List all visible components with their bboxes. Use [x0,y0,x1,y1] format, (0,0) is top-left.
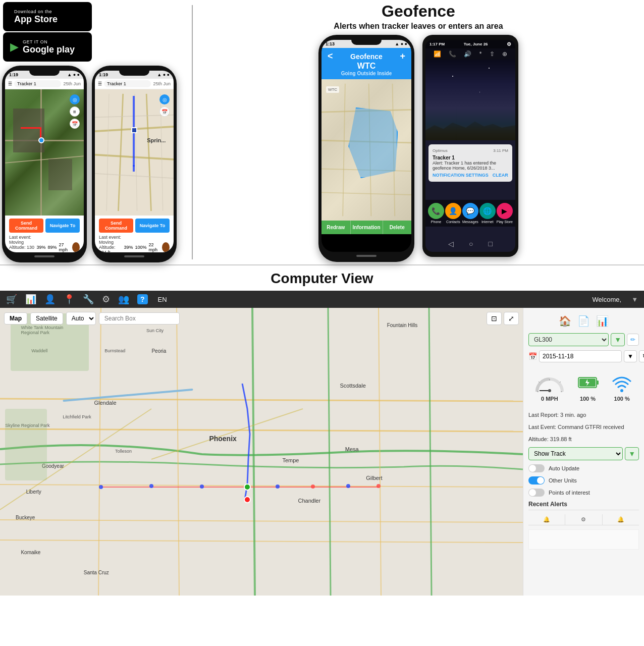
phone1-date: 25th Jun [63,81,81,86]
map-fullscreen-btn[interactable]: ⊡ [487,312,502,325]
date-refresh-btn[interactable]: ↻ [639,350,644,362]
map-controls: Map Satellite Auto [4,312,180,325]
map-label-tolleson: Tolleson [115,449,132,454]
sidebar-doc-icon[interactable]: 📄 [577,315,590,327]
map-search-input[interactable] [99,312,180,325]
svg-line-3 [146,94,151,211]
geofence-add-btn[interactable]: + [400,51,405,62]
date-input[interactable] [539,350,622,362]
geofence-map[interactable]: WTC [321,79,411,221]
geofence-redraw-btn[interactable]: Redraw [321,221,350,234]
map-label-tempe: Tempe [282,457,299,463]
toolbar-welcome: Welcome, [593,296,622,303]
toolbar-users-icon[interactable]: 👥 [118,294,129,305]
appstore-badge[interactable]: Download on the App Store [3,2,92,31]
toolbar-account-btn[interactable]: ▼ [631,296,638,303]
map-tab-map[interactable]: Map [4,312,27,325]
android-app-internet[interactable]: 🌐 Internet [479,203,496,224]
android-speaker-icon: 🔊 [464,50,471,58]
toolbar-wrench-icon[interactable]: 🔧 [83,294,94,305]
battery-stat: 100 % [576,371,599,402]
sidebar-home-icon[interactable]: 🏠 [559,315,571,327]
android-app-playstore[interactable]: ▶ Play Store [497,203,513,224]
phone2-send-btn[interactable]: Send Command [99,219,133,233]
phone2-menu-icon[interactable]: ☰ [98,81,102,86]
toolbar-lang[interactable]: EN [158,296,167,303]
computer-view-section: Computer View 🛒 📊 👤 📍 🔧 ⚙ 👥 ? EN Welcome… [0,265,644,596]
other-units-toggle[interactable] [528,476,545,484]
phone1-send-btn[interactable]: Send Command [9,219,43,233]
auto-update-row: Auto Update [528,464,639,472]
show-track-btn[interactable]: ▼ [625,447,639,460]
googleplay-sub: GET IT ON [23,39,75,44]
android-notif-settings-btn[interactable]: NOTIFICATION SETTINGS [433,173,489,178]
appstore-main: App Store [14,14,58,25]
sidebar-date-row: 📅 ▼ ↻ [528,350,639,362]
phone1-tracker-dot [38,137,44,143]
phone1-nav-btn[interactable]: Navigate To [45,219,80,233]
android-clear-btn[interactable]: CLEAR [493,173,508,178]
map-label-litchfield: Litchfield Park [63,414,91,419]
geofence-info-btn[interactable]: Information [350,221,383,234]
android-app-contacts[interactable]: 👤 Contacts [445,203,461,224]
phone2-mockup: 1:19 ▲ ● ● ☰ Tracker 1 25th Jun [92,66,177,262]
android-status-bar: 1:17 PM Tue, June 26 ⚙ [425,40,515,48]
android-nav-home[interactable]: ○ [469,240,473,248]
svg-line-44 [560,382,561,383]
tracker-edit-btn[interactable]: ✏ [627,334,639,346]
calendar-icon: 📅 [528,352,537,360]
phone1-list-btn[interactable]: ≡ [70,106,80,117]
android-bt-icon: * [479,50,482,58]
svg-line-13 [343,84,345,216]
show-track-row: Show Track ▼ [528,447,639,460]
phone1-home-bar [34,255,55,257]
android-notif-text: Alert: Tracker 1 has entered the geofenc… [433,160,508,171]
phone2-loc-btn[interactable]: ◎ [159,94,170,104]
map-tab-satellite[interactable]: Satellite [30,312,63,325]
googleplay-badge[interactable]: ▶ GET IT ON Google play [3,32,92,62]
toolbar-cart-icon[interactable]: 🛒 [6,294,17,305]
phone2-date: 25th Jun [153,81,171,86]
phone1-cal-btn[interactable]: 📅 [70,119,80,129]
auto-update-toggle[interactable] [528,464,545,472]
android-settings[interactable]: ⚙ [507,41,511,47]
map-expand-btn[interactable]: ⤢ [504,312,519,325]
android-nav-recent[interactable]: □ [489,240,493,248]
android-app-phone[interactable]: 📞 Phone [428,203,444,224]
phone2-cal-btn[interactable]: 📅 [159,106,170,117]
show-track-select[interactable]: Show Track [528,447,623,460]
android-nav-back[interactable]: ◁ [448,240,454,248]
phone1-menu-icon[interactable]: ☰ [8,81,12,86]
phone2-speed: 22 mph [148,242,160,252]
geofence-location: WTC [324,62,409,71]
main-map[interactable]: Map Satellite Auto ⊡ ⤢ Fountain Hills Pe… [0,308,523,596]
toolbar-chart-icon[interactable]: 📊 [25,294,36,305]
tracker-name-select[interactable]: GL300 [528,333,609,346]
phone2-nav-btn[interactable]: Navigate To [135,219,170,233]
map-label-chandler: Chandler [298,498,321,504]
map-label-scottsdale: Scottsdale [340,383,365,389]
sidebar-chart-icon[interactable]: 📊 [596,315,609,327]
phone1-loc-btn[interactable]: ◎ [70,94,80,104]
last-event-row: Last Event: Command GTFRI received [528,423,639,431]
phone1-map[interactable]: ◎ ≡ 📅 [5,89,84,216]
phone2-home-bar [124,255,144,257]
geofence-back-btn[interactable]: < [328,51,333,62]
geofence-delete-btn[interactable]: Delete [383,221,412,234]
right-sidebar: 🏠 📄 📊 GL300 ▼ ✏ 📅 ▼ ↻ [523,308,644,596]
android-app-messages[interactable]: 💬 Messages [462,203,478,224]
toolbar-pin-icon[interactable]: 📍 [64,294,75,305]
map-type-select[interactable]: Auto [66,312,96,325]
geofence-header: < Geofence + WTC Going Outside Inside [321,48,411,79]
tracker-select-btn[interactable]: ▼ [611,333,625,346]
toolbar-network-icon[interactable]: ⚙ [102,294,110,305]
points-interest-toggle[interactable] [528,489,545,497]
date-select-btn[interactable]: ▼ [624,350,637,362]
svg-point-49 [620,389,623,392]
points-interest-label: Points of interest [549,490,590,496]
toolbar-help-icon[interactable]: ? [137,294,148,304]
alert-col-time: 🔔 [603,514,639,525]
phone2-map[interactable]: Sprin... ◎ 📅 [95,89,174,216]
toolbar-person-icon[interactable]: 👤 [44,294,56,305]
phone1-notch [29,71,60,76]
